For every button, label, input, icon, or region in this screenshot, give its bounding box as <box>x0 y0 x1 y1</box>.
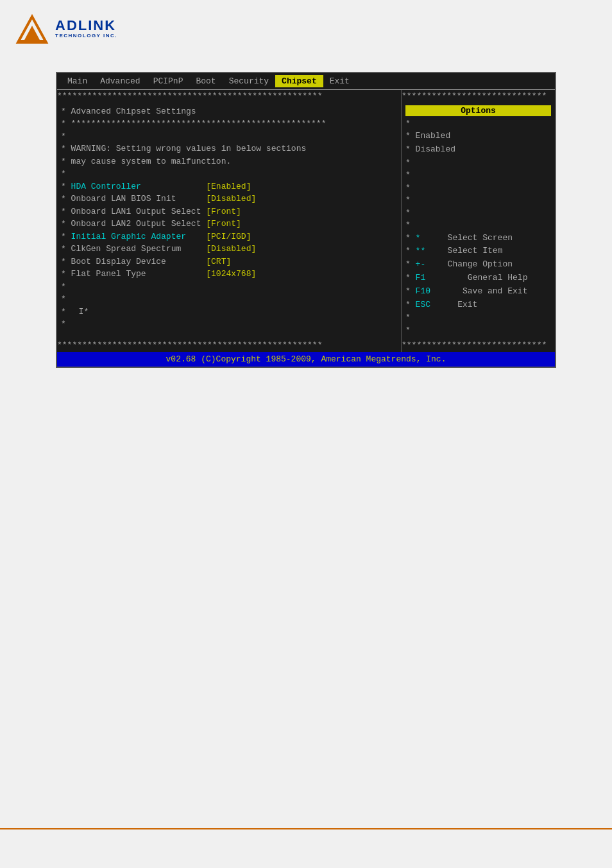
menu-item-main[interactable]: Main <box>61 75 94 87</box>
star-left: * <box>61 105 71 118</box>
warning-row-1: * WARNING: Setting wrong values in below… <box>61 143 397 155</box>
setting-label-1: Onboard LAN BIOS Init <box>71 193 207 205</box>
keymap-key-2: +- <box>416 258 448 272</box>
setting-label-2: Onboard LAN1 Output Select <box>71 205 207 218</box>
logo-text: ADLINK TECHNOLOGY INC. <box>55 19 117 39</box>
keymap-desc-2: Change Option <box>448 258 513 272</box>
bottom-stars-left: ****************************************… <box>57 339 401 352</box>
svg-rect-2 <box>18 40 46 42</box>
setting-value-2: [Front] <box>206 205 241 218</box>
setting-row-7[interactable]: * Flat Panel Type [1024x768] <box>61 268 397 281</box>
keymap-desc-0: Select Screen <box>448 232 513 245</box>
setting-row-4[interactable]: * Initial Graphic Adapter [PCI/IGD] <box>61 230 397 243</box>
bios-screen: Main Advanced PCIPnP Boot Security Chips… <box>56 72 556 368</box>
menu-item-advanced[interactable]: Advanced <box>94 75 146 87</box>
bottom-stars-right: ***************************** <box>401 339 555 352</box>
warning-text-2: may cause system to malfunction. <box>71 155 232 168</box>
keymap-key-5: ESC <box>416 299 448 312</box>
empty-row-3: * <box>61 281 397 293</box>
right-spacer-8: * <box>405 311 551 324</box>
empty-row-1: * <box>61 130 397 143</box>
bios-menu-bar[interactable]: Main Advanced PCIPnP Boot Security Chips… <box>57 73 555 90</box>
options-disabled: * Disabled <box>405 143 551 157</box>
logo-company-name: ADLINK <box>55 19 117 33</box>
menu-item-security[interactable]: Security <box>223 75 275 87</box>
setting-value-0: [Enabled] <box>206 180 251 193</box>
setting-row-0[interactable]: * HDA Controller [Enabled] <box>61 180 397 193</box>
section-title: Advanced Chipset Settings <box>71 105 196 118</box>
right-spacer-5: * <box>405 194 551 207</box>
menu-item-exit[interactable]: Exit <box>323 75 356 87</box>
keymap-row-4: * F10 Save and Exit <box>405 285 551 299</box>
menu-item-chipset[interactable]: Chipset <box>275 75 323 87</box>
bios-footer-text: v02.68 (C)Copyright 1985-2009, American … <box>166 354 446 364</box>
right-spacer-3: * <box>405 169 551 182</box>
top-stars-right: ***************************** <box>401 90 555 103</box>
right-spacer-star-1: * <box>405 117 551 130</box>
setting-value-1: [Disabled] <box>206 193 256 205</box>
keymap-row-0: * * Select Screen <box>405 232 551 245</box>
bottom-stars-row: ****************************************… <box>57 339 555 352</box>
options-box: Options <box>405 105 551 116</box>
keymap-key-0: * <box>416 232 448 245</box>
keymap-key-3: F1 <box>416 272 448 285</box>
right-spacer-9: * <box>405 324 551 337</box>
stars-separator: * **************************************… <box>61 117 397 130</box>
setting-row-3[interactable]: * Onboard LAN2 Output Select [Front] <box>61 218 397 230</box>
keymap-desc-1: Select Item <box>448 245 503 258</box>
setting-label-3: Onboard LAN2 Output Select <box>71 218 207 230</box>
adlink-logo-icon <box>15 12 49 45</box>
right-spacer-6: * <box>405 207 551 220</box>
keymap-desc-4: Save and Exit <box>448 285 528 299</box>
logo-area: ADLINK TECHNOLOGY INC. <box>0 0 612 53</box>
right-spacer-7: * <box>405 219 551 232</box>
empty-row-5: * I* <box>61 306 397 318</box>
bios-footer: v02.68 (C)Copyright 1985-2009, American … <box>57 352 555 367</box>
setting-value-4: [PCI/IGD] <box>206 230 251 243</box>
empty-row-4: * <box>61 293 397 306</box>
keymap-row-5: * ESC Exit <box>405 299 551 312</box>
options-enabled: * Enabled <box>405 130 551 143</box>
setting-row-5[interactable]: * ClkGen Spread Spectrum [Disabled] <box>61 243 397 256</box>
setting-value-3: [Front] <box>206 218 241 230</box>
bios-right-panel: Options * * Enabled * Disabled * * * * *… <box>401 103 555 340</box>
keymap-desc-3: General Help <box>448 272 528 285</box>
section-title-row: * Advanced Chipset Settings <box>61 105 397 118</box>
setting-value-6: [CRT] <box>206 256 231 268</box>
top-stars-left: ****************************************… <box>57 90 401 103</box>
setting-value-7: [1024x768] <box>206 268 256 281</box>
options-title: Options <box>461 106 496 116</box>
bios-body: * Advanced Chipset Settings * **********… <box>57 103 555 340</box>
setting-label-0: HDA Controller <box>71 180 207 193</box>
right-spacer-2: * <box>405 157 551 169</box>
empty-row-2: * <box>61 168 397 180</box>
bios-left-panel: * Advanced Chipset Settings * **********… <box>57 103 401 340</box>
setting-label-5: ClkGen Spread Spectrum <box>71 243 207 256</box>
keymap-row-1: * ** Select Item <box>405 245 551 258</box>
menu-item-pcipnp[interactable]: PCIPnP <box>147 75 190 87</box>
keymap-row-3: * F1 General Help <box>405 272 551 285</box>
setting-row-6[interactable]: * Boot Display Device [CRT] <box>61 256 397 268</box>
setting-label-6: Boot Display Device <box>71 256 207 268</box>
warning-text-1: WARNING: Setting wrong values in below s… <box>71 143 307 155</box>
bottom-decorative-line <box>0 828 612 829</box>
keymap-key-1: ** <box>416 245 448 258</box>
keymap-row-2: * +- Change Option <box>405 258 551 272</box>
keymap-key-4: F10 <box>416 285 448 299</box>
setting-row-2[interactable]: * Onboard LAN1 Output Select [Front] <box>61 205 397 218</box>
cursor-text: I* <box>69 306 89 318</box>
warning-row-2: * may cause system to malfunction. <box>61 155 397 168</box>
keymap-desc-5: Exit <box>448 299 478 312</box>
empty-row-6: * <box>61 318 397 331</box>
menu-item-boot[interactable]: Boot <box>189 75 222 87</box>
setting-label-4: Initial Graphic Adapter <box>71 230 207 243</box>
right-spacer-4: * <box>405 182 551 195</box>
setting-row-1[interactable]: * Onboard LAN BIOS Init [Disabled] <box>61 193 397 205</box>
setting-label-7: Flat Panel Type <box>71 268 207 281</box>
setting-value-5: [Disabled] <box>206 243 256 256</box>
logo-subtitle: TECHNOLOGY INC. <box>55 33 117 39</box>
